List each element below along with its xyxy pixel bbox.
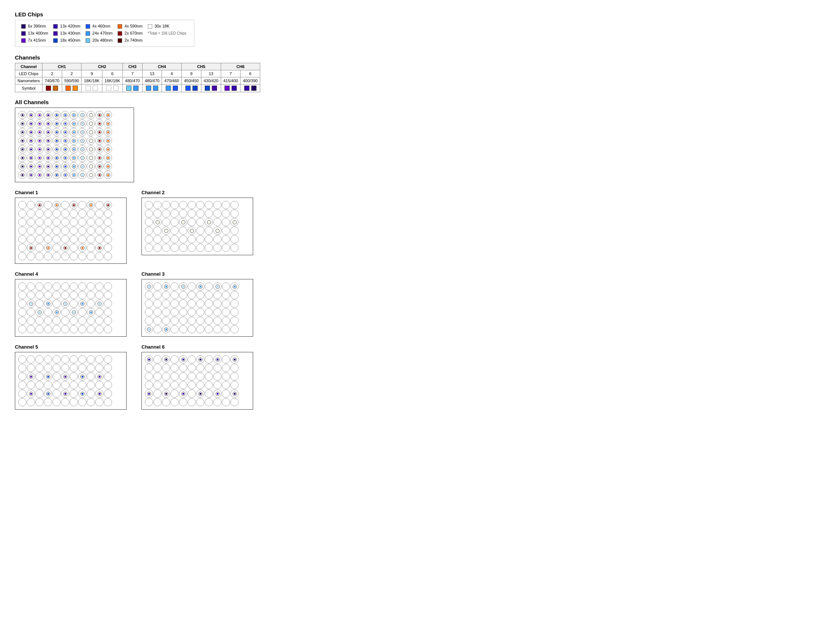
led-cell: [27, 325, 35, 333]
led-cell: [78, 373, 86, 380]
led-cell: [27, 145, 35, 153]
led-cell: [95, 373, 103, 380]
led-row: [18, 291, 123, 299]
led-cell: [27, 227, 35, 235]
led-cell: [87, 210, 95, 218]
led-cell: [187, 201, 196, 209]
channel5-grid: [18, 355, 123, 406]
led-cell: [230, 325, 239, 333]
all-channels-title: All Channels: [15, 99, 804, 105]
led-cell: [35, 282, 43, 291]
led-cell: [70, 227, 78, 235]
led-cell: [44, 227, 52, 235]
led-cell: [78, 308, 86, 316]
led-cell: [196, 308, 204, 316]
led-cell: [222, 389, 230, 398]
led-cell: [171, 299, 179, 308]
led-cell: [196, 389, 204, 398]
led-cell: [205, 210, 213, 218]
led-cell: [35, 244, 43, 252]
led-cell: [52, 373, 61, 380]
led-cell: [222, 235, 230, 243]
led-cell: [35, 398, 43, 406]
led-cell: [52, 145, 61, 153]
led-cell: [18, 308, 26, 316]
led-cell: [213, 389, 221, 398]
led-row: [145, 227, 250, 235]
led-cell: [187, 364, 196, 372]
led-cell: [230, 235, 239, 243]
led-cell: [87, 201, 95, 209]
led-cell: [70, 282, 78, 291]
led-cell: [95, 299, 103, 308]
led-cell: [52, 128, 61, 136]
led-cell: [196, 282, 204, 291]
led-cell: [196, 201, 204, 209]
led-cell: [104, 210, 112, 218]
led-cell: [230, 218, 239, 226]
led-cell: [171, 381, 179, 389]
led-row: [18, 282, 123, 291]
led-cell: [35, 381, 43, 389]
legend-item: 13x 420nm: [52, 23, 83, 29]
all-channels-grid: [18, 111, 131, 179]
led-cell: [162, 317, 170, 325]
led-cell: [78, 201, 86, 209]
led-row: [18, 162, 131, 170]
led-cell: [70, 355, 78, 363]
led-cell: [35, 120, 43, 127]
led-cell: [87, 291, 95, 299]
nano-val: 590/590: [62, 77, 81, 84]
led-cell: [187, 389, 196, 398]
led-cell: [162, 218, 170, 226]
led-cell: [145, 325, 153, 333]
led-cell: [196, 364, 204, 372]
led-cell: [104, 308, 112, 316]
led-cell: [87, 308, 95, 316]
led-cell: [18, 136, 26, 145]
led-cell: [35, 325, 43, 333]
led-cell: [87, 398, 95, 406]
led-cell: [70, 218, 78, 226]
led-cell: [95, 282, 103, 291]
led-cell: [95, 227, 103, 235]
led-cell: [27, 154, 35, 162]
led-row: [145, 398, 250, 406]
led-cell: [213, 381, 221, 389]
led-cell: [78, 355, 86, 363]
led-cell: [18, 373, 26, 380]
nano-val: 740/670: [42, 77, 62, 84]
led-row: [18, 218, 123, 226]
led-cell: [87, 355, 95, 363]
led-cell: [95, 325, 103, 333]
led-cell: [35, 291, 43, 299]
led-cell: [104, 145, 112, 153]
channel6-grid: [145, 355, 250, 406]
led-cell: [179, 325, 187, 333]
led-cell: [187, 317, 196, 325]
led-row: [18, 111, 131, 119]
led-cell: [52, 398, 61, 406]
led-row: [145, 364, 250, 372]
led-cell: [213, 373, 221, 380]
led-cell: [205, 317, 213, 325]
led-cell: [213, 218, 221, 226]
led-cell: [222, 227, 230, 235]
symbol-cell: [123, 84, 142, 92]
led-cell: [230, 299, 239, 308]
led-cell: [61, 299, 69, 308]
led-cell: [18, 201, 26, 209]
led-cell: [205, 398, 213, 406]
led-cell: [87, 162, 95, 170]
led-row: [145, 235, 250, 243]
col-ch2: CH2: [81, 63, 123, 70]
channel4-panel: [15, 279, 127, 337]
led-cell: [222, 201, 230, 209]
led-cell: [179, 364, 187, 372]
led-row: [145, 381, 250, 389]
led-cell: [44, 355, 52, 363]
led-cell: [78, 364, 86, 372]
led-cell: [222, 244, 230, 252]
led-cell: [154, 364, 161, 372]
led-cell: [70, 381, 78, 389]
